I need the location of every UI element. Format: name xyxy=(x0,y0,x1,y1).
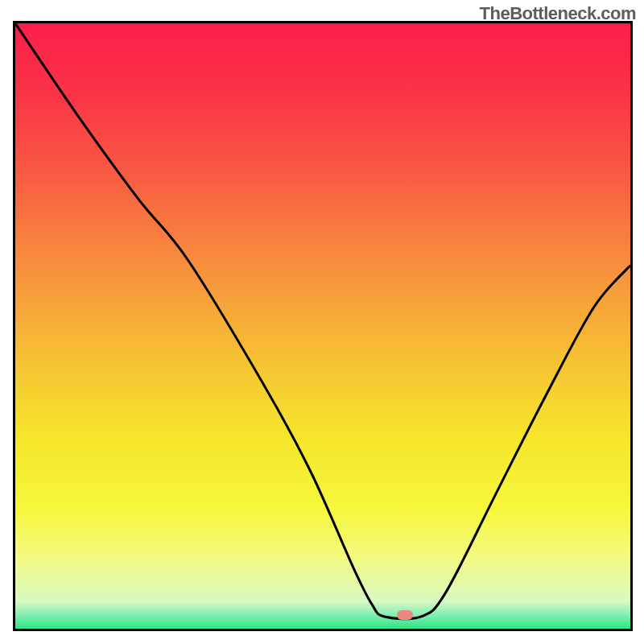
bottleneck-curve xyxy=(15,23,630,629)
plot-area xyxy=(13,21,633,631)
optimal-point-marker xyxy=(397,610,413,620)
